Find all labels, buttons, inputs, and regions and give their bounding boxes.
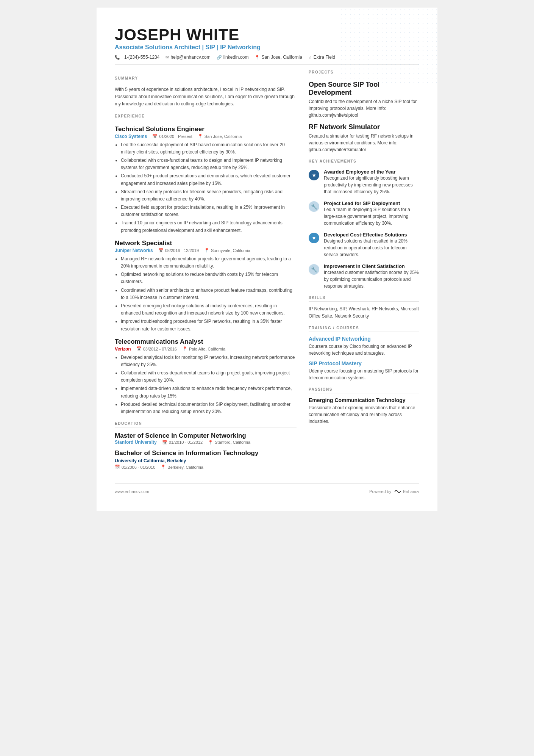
- project-desc-1: Contributed to the development of a nich…: [309, 98, 419, 119]
- job-location-3: 📍 Palo Alto, California: [182, 346, 225, 351]
- passion-item-1: Emerging Communication Technology Passio…: [309, 397, 419, 425]
- summary-text: With 5 years of experience in solutions …: [115, 86, 297, 108]
- training-item-2: SIP Protocol Mastery Udemy course focusi…: [309, 360, 419, 381]
- bullet-item: Coordinated with senior architects to en…: [121, 287, 297, 301]
- edu-date-2: 📅 01/2006 - 01/2010: [115, 465, 155, 470]
- achievement-item-2: 🔧 Project Lead for SIP Deployment Led a …: [309, 200, 419, 227]
- company-name-1: Cisco Systems: [115, 134, 147, 139]
- contact-extra: ☆ Extra Field: [308, 55, 335, 60]
- edu-date-1: 📅 01/2010 - 01/2012: [162, 440, 203, 445]
- right-column: PROJECTS Open Source SIP Tool Developmen…: [309, 70, 419, 472]
- education-item-2: Bachelor of Science in Information Techn…: [115, 449, 297, 470]
- achievement-item-3: ♥ Developed Cost-Effective Solutions Des…: [309, 232, 419, 258]
- edu-meta-1: Stanford University 📅 01/2010 - 01/2012 …: [115, 440, 297, 445]
- achievement-title-2: Project Lead for SIP Deployment: [324, 200, 419, 206]
- company-name-2: Juniper Networks: [115, 248, 153, 253]
- degree-title-1: Master of Science in Computer Networking: [115, 432, 297, 440]
- passions-section-label: PASSIONS: [309, 387, 419, 393]
- brand-name: Enhancv: [403, 489, 419, 494]
- contact-email: ✉ help@enhancv.com: [166, 55, 210, 60]
- achievement-desc-4: Increased customer satisfaction scores b…: [324, 269, 419, 290]
- location-icon-edu-2: 📍: [161, 465, 166, 470]
- job-title-2: Network Specialist: [115, 239, 297, 247]
- job-meta-2: Juniper Networks 📅 08/2016 - 12/2019 📍 S…: [115, 248, 297, 253]
- bullet-item: Produced detailed technical documentatio…: [121, 401, 297, 415]
- bullet-item: Presented emerging technology solutions …: [121, 302, 297, 317]
- page-footer: www.enhancv.com Powered by Enhancv: [115, 483, 419, 496]
- footer-brand: Powered by Enhancv: [369, 487, 419, 496]
- achievement-title-4: Improvement in Client Satisfaction: [324, 263, 419, 269]
- project-item-2: RF Network Simulator Created a simulator…: [309, 123, 419, 153]
- achievement-content-3: Developed Cost-Effective Solutions Desig…: [324, 232, 419, 258]
- education-section-label: EDUCATION: [115, 421, 297, 427]
- company-name-3: Verizon: [115, 346, 131, 352]
- enhancv-logo: Enhancv: [393, 487, 419, 496]
- training-title-2: SIP Protocol Mastery: [309, 360, 419, 366]
- bullet-item: Developed analytical tools for monitorin…: [121, 354, 297, 368]
- bullet-item: Streamlined security protocols for telec…: [121, 188, 297, 203]
- resume-page: JOSEPH WHITE Associate Solutions Archite…: [97, 8, 437, 511]
- achievement-desc-3: Designed solutions that resulted in a 20…: [324, 238, 419, 258]
- calendar-icon-3: 📅: [136, 346, 142, 351]
- dot-pattern-decoration: [339, 8, 437, 83]
- bullet-item: Collaborated with cross-functional teams…: [121, 157, 297, 171]
- achievement-content-1: Awarded Employee of the Year Recognized …: [324, 169, 419, 195]
- left-column: SUMMARY With 5 years of experience in so…: [115, 70, 297, 472]
- job-item: Telecommunications Analyst Verizon 📅 03/…: [115, 338, 297, 416]
- job-bullets-2: Managed RF network implementation projec…: [115, 255, 297, 333]
- location-icon-3: 📍: [182, 346, 187, 351]
- calendar-icon-edu-2: 📅: [115, 465, 120, 470]
- skills-text: IP Networking, SIP, Wireshark, RF Networ…: [309, 305, 419, 320]
- training-desc-2: Udemy course focusing on mastering SIP p…: [309, 368, 419, 381]
- edu-meta-2: 📅 01/2006 - 01/2010 📍 Berkeley, Californ…: [115, 465, 297, 470]
- email-icon: ✉: [166, 55, 169, 60]
- job-location-1: 📍 San Jose, California: [198, 134, 242, 139]
- job-bullets-3: Developed analytical tools for monitorin…: [115, 354, 297, 416]
- job-item: Technical Solutions Engineer Cisco Syste…: [115, 125, 297, 234]
- edu-location-1: 📍 Stanford, California: [208, 440, 250, 445]
- footer-url: www.enhancv.com: [115, 489, 149, 494]
- achievement-icon-wrench-2: 🔧: [309, 264, 319, 275]
- job-title-3: Telecommunications Analyst: [115, 338, 297, 346]
- job-date-1: 📅 01/2020 - Present: [152, 134, 192, 139]
- achievement-icon-heart: ♥: [309, 233, 319, 243]
- skills-section-label: SKILLS: [309, 296, 419, 302]
- contact-linkedin: 🔗 linkedin.com: [217, 55, 249, 60]
- training-title-1: Advanced IP Networking: [309, 336, 419, 342]
- calendar-icon-1: 📅: [152, 134, 158, 139]
- bullet-item: Conducted 50+ product presentations and …: [121, 172, 297, 187]
- summary-section-label: SUMMARY: [115, 76, 297, 82]
- bullet-item: Collaborated with cross-departmental tea…: [121, 369, 297, 384]
- project-item-1: Open Source SIP Tool Development Contrib…: [309, 81, 419, 119]
- location-icon-2: 📍: [204, 248, 209, 253]
- project-title-2: RF Network Simulator: [309, 123, 419, 131]
- job-item: Network Specialist Juniper Networks 📅 08…: [115, 239, 297, 333]
- bullet-item: Optimized networking solutions to reduce…: [121, 271, 297, 285]
- bullet-item: Managed RF network implementation projec…: [121, 255, 297, 270]
- star-icon-extra: ☆: [308, 55, 312, 60]
- achievement-icon-star: ★: [309, 170, 319, 180]
- contact-location: 📍 San Jose, California: [255, 55, 302, 60]
- achievement-item-1: ★ Awarded Employee of the Year Recognize…: [309, 169, 419, 195]
- achievement-icon-wrench-1: 🔧: [309, 201, 319, 212]
- job-date-2: 📅 08/2016 - 12/2019: [158, 248, 199, 253]
- job-meta-1: Cisco Systems 📅 01/2020 - Present 📍 San …: [115, 134, 297, 139]
- experience-section-label: EXPERIENCE: [115, 114, 297, 120]
- calendar-icon-2: 📅: [158, 248, 164, 253]
- bullet-item: Executed field support for product insta…: [121, 204, 297, 218]
- bullet-item: Led the successful deployment of SIP-bas…: [121, 141, 297, 156]
- job-meta-3: Verizon 📅 03/2012 - 07/2016 📍 Palo Alto,…: [115, 346, 297, 352]
- degree-title-2: Bachelor of Science in Information Techn…: [115, 449, 297, 457]
- contact-phone: 📞 +1-(234)-555-1234: [115, 55, 159, 60]
- job-title-1: Technical Solutions Engineer: [115, 125, 297, 133]
- achievement-item-4: 🔧 Improvement in Client Satisfaction Inc…: [309, 263, 419, 290]
- location-icon-1: 📍: [198, 134, 203, 139]
- job-location-2: 📍 Sunnyvale, California: [204, 248, 250, 253]
- two-column-layout: SUMMARY With 5 years of experience in so…: [115, 70, 419, 472]
- achievements-section-label: KEY ACHIEVEMENTS: [309, 159, 419, 165]
- edu-location-2: 📍 Berkeley, California: [161, 465, 203, 470]
- bullet-item: Implemented data-driven solutions to enh…: [121, 385, 297, 399]
- calendar-icon-edu-1: 📅: [162, 440, 167, 445]
- enhancv-logo-svg: [393, 487, 402, 496]
- passion-desc-1: Passionate about exploring innovations t…: [309, 404, 419, 425]
